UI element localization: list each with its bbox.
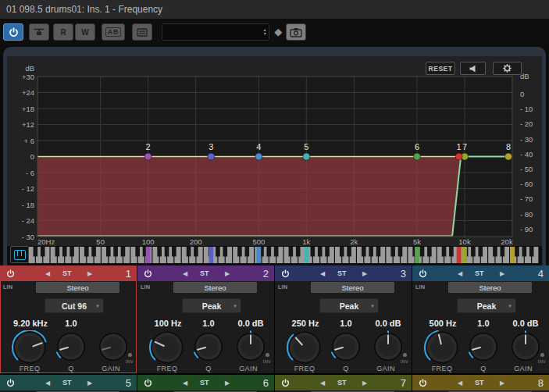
stereo-tab[interactable]: Stereo: [448, 282, 532, 293]
band-channel-mode[interactable]: ST: [475, 269, 484, 277]
freq-value[interactable]: 9.20 kHz: [0, 319, 61, 330]
keyboard-toggle-button[interactable]: [10, 246, 29, 263]
svg-text:200: 200: [190, 237, 202, 246]
stereo-tab[interactable]: Stereo: [311, 282, 394, 293]
band-channel-mode[interactable]: ST: [475, 379, 484, 387]
invert-button[interactable]: INV: [262, 353, 273, 364]
band-power-button[interactable]: [419, 269, 427, 278]
svg-text:- 20: - 20: [520, 119, 533, 128]
band-knobs[interactable]: [137, 330, 273, 365]
gain-value[interactable]: 0.0 dB: [228, 319, 273, 330]
band-prev-button[interactable]: ◀: [45, 380, 50, 387]
band-prev-button[interactable]: ◀: [320, 380, 325, 387]
band-power-button[interactable]: [6, 269, 15, 278]
eq-graph[interactable]: dB+30+24+18+12+ 60- 6- 12- 18- 24- 30dB0…: [7, 56, 542, 265]
svg-text:20k: 20k: [501, 237, 513, 246]
band-next-button[interactable]: ▶: [225, 380, 230, 387]
band-prev-button[interactable]: ◀: [183, 380, 187, 387]
ab-compare-button[interactable]: AB: [102, 23, 125, 41]
gain-knob-label: GAIN: [232, 365, 265, 372]
svg-text:100: 100: [142, 237, 155, 246]
band-prev-button[interactable]: ◀: [45, 270, 50, 277]
knob-labels: FREQ Q GAIN INV: [137, 365, 274, 373]
gain-value[interactable]: [91, 319, 136, 330]
band-next-button[interactable]: ▶: [362, 380, 367, 387]
freq-value[interactable]: 100 Hz: [137, 319, 198, 330]
band-power-button[interactable]: [144, 379, 152, 387]
invert-button[interactable]: INV: [537, 353, 547, 364]
band-strip-2: ◀ ST ▶ 2 LIN Stereo Peak ▼ 100 Hz 1.0 0.…: [137, 265, 274, 373]
band-header: ◀ ST ▶ 1: [0, 265, 137, 281]
freq-value[interactable]: 500 Hz: [412, 319, 473, 330]
band-channel-mode[interactable]: ST: [200, 379, 209, 387]
filter-type-dropdown[interactable]: Peak ▼: [457, 298, 516, 313]
band-knobs[interactable]: [0, 330, 136, 365]
q-value[interactable]: 1.0: [473, 319, 494, 330]
freq-value[interactable]: 250 Hz: [275, 319, 336, 330]
settings-button[interactable]: [493, 62, 522, 75]
svg-text:+24: +24: [22, 88, 34, 97]
band-knobs[interactable]: [412, 330, 548, 365]
band-channel-mode[interactable]: ST: [337, 269, 347, 277]
band-power-button[interactable]: [281, 269, 290, 278]
read-automation-button[interactable]: R: [53, 23, 73, 41]
band-channel-mode[interactable]: ST: [337, 379, 347, 387]
preset-spinner[interactable]: ▴ ▾: [263, 28, 266, 36]
write-automation-button[interactable]: W: [75, 23, 95, 41]
q-value[interactable]: 1.0: [336, 319, 356, 330]
snapshot-button[interactable]: [286, 23, 306, 41]
band-prev-button[interactable]: ◀: [320, 270, 325, 277]
preset-menu-button[interactable]: [132, 23, 152, 41]
listen-button[interactable]: [460, 62, 486, 75]
band-knobs[interactable]: [275, 330, 411, 365]
filter-type-dropdown[interactable]: Cut 96 ▼: [45, 298, 104, 313]
reset-button[interactable]: RESET: [426, 62, 455, 75]
band-power-button[interactable]: [6, 379, 15, 387]
invert-button[interactable]: INV: [399, 353, 410, 364]
svg-text:+12: +12: [22, 120, 34, 129]
band-power-button[interactable]: [281, 379, 290, 387]
filter-type-value: Peak: [340, 301, 359, 311]
band-header: ◀ ST ▶ 5: [0, 375, 137, 390]
q-value[interactable]: 1.0: [198, 319, 219, 330]
svg-text:0: 0: [30, 152, 34, 161]
q-value[interactable]: 1.0: [61, 319, 81, 330]
band-prev-button[interactable]: ◀: [458, 380, 462, 387]
filter-type-value: Peak: [202, 301, 222, 311]
band-prev-button[interactable]: ◀: [183, 270, 187, 277]
band-next-button[interactable]: ▶: [500, 380, 504, 387]
linear-phase-label[interactable]: LIN: [278, 283, 287, 290]
band-next-button[interactable]: ▶: [362, 270, 367, 277]
stereo-tab[interactable]: Stereo: [173, 282, 257, 293]
band-next-button[interactable]: ▶: [225, 270, 230, 277]
filter-type-dropdown[interactable]: Peak ▼: [182, 298, 241, 313]
gain-value[interactable]: 0.0 dB: [503, 319, 548, 330]
ab-switch-icon[interactable]: ◆: [274, 23, 282, 41]
plugin-power-button[interactable]: [3, 23, 23, 41]
band-power-button[interactable]: [144, 269, 152, 278]
band-channel-mode[interactable]: ST: [200, 269, 209, 277]
gain-value[interactable]: 0.0 dB: [365, 319, 411, 330]
invert-label: INV: [263, 359, 271, 364]
preset-dropdown[interactable]: ▴ ▾: [162, 23, 269, 41]
filter-type-dropdown[interactable]: Peak ▼: [319, 298, 379, 313]
invert-button[interactable]: INV: [124, 353, 135, 364]
stereo-tab[interactable]: Stereo: [36, 282, 119, 293]
eq-display: dB+30+24+18+12+ 60- 6- 12- 18- 24- 30dB0…: [7, 56, 542, 265]
band-next-button[interactable]: ▶: [87, 270, 92, 277]
read-label: R: [60, 28, 66, 37]
band-strip-3: ◀ ST ▶ 3 LIN Stereo Peak ▼ 250 Hz 1.0 0.…: [275, 265, 412, 373]
band-next-button[interactable]: ▶: [500, 270, 504, 277]
bypass-button[interactable]: [29, 23, 49, 41]
linear-phase-label[interactable]: LIN: [3, 283, 12, 290]
band-channel-mode[interactable]: ST: [62, 269, 72, 277]
band-channel-mode[interactable]: ST: [62, 379, 72, 387]
svg-text:- 18: - 18: [22, 201, 34, 209]
band-prev-button[interactable]: ◀: [458, 270, 462, 277]
linear-phase-label[interactable]: LIN: [415, 283, 425, 290]
svg-text:+18: +18: [22, 105, 34, 113]
q-knob-label: Q: [201, 365, 216, 372]
linear-phase-label[interactable]: LIN: [141, 283, 150, 290]
band-next-button[interactable]: ▶: [87, 380, 92, 387]
band-power-button[interactable]: [419, 379, 427, 387]
